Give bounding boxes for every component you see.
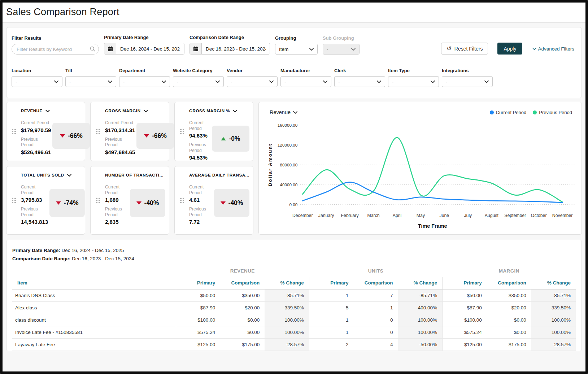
drag-handle-icon[interactable]	[180, 198, 184, 203]
kpi-metric-selector[interactable]: NUMBER OF TRANSACTI...	[105, 173, 165, 177]
table-row: Brian's DNS Class$50.00$350.00-85.71%17-…	[12, 289, 576, 302]
item-cell: Invoice Late Fee - #150835581	[12, 326, 176, 339]
value-cell: $20.00	[220, 302, 265, 314]
value-cell: 0	[353, 314, 398, 326]
column-header-margin-change[interactable]: % Change	[531, 277, 576, 289]
series-previous-period	[302, 138, 562, 202]
apply-button[interactable]: Apply	[497, 43, 522, 55]
drag-handle-icon[interactable]	[96, 129, 100, 134]
chevron-down-icon	[54, 81, 58, 83]
kpi-metric-selector[interactable]: TOTAL UNITS SOLD	[21, 173, 81, 177]
drag-handle-icon[interactable]	[12, 198, 16, 203]
column-header-margin-comparison[interactable]: Comparison	[487, 277, 531, 289]
item-type-select[interactable]: -	[388, 76, 439, 87]
grouping-select[interactable]: Item	[275, 44, 318, 55]
chart-metric-selector[interactable]: Revenue	[270, 109, 297, 115]
triangle-down-icon	[221, 201, 226, 205]
previous-period-label: Previous Period	[189, 142, 210, 153]
current-period-label: Current Period	[105, 184, 129, 196]
column-header-margin-primary[interactable]: Primary	[443, 277, 487, 289]
reset-filters-button[interactable]: ↺ Reset Filters	[441, 43, 488, 55]
kpi-card-gross-margin: GROSS MARGIN Current Period $170,314.31 …	[90, 102, 169, 161]
advanced-filters-link[interactable]: Advanced Filters	[532, 46, 574, 52]
previous-period-value: 7.72	[189, 219, 213, 225]
previous-period-label: Previous Period	[105, 137, 135, 148]
comparison-table: REVENUEUNITSMARGINItemPrimaryComparison%…	[12, 265, 576, 351]
filter-till: Till -	[65, 68, 116, 87]
svg-text:February: February	[341, 213, 359, 218]
value-cell: -85.71%	[265, 289, 309, 302]
primary-date-input[interactable]	[116, 43, 184, 54]
group-header-row: REVENUEUNITSMARGIN	[12, 265, 576, 277]
previous-period-value: $526,496.61	[21, 149, 51, 155]
primary-date-group: Primary Date Range	[104, 35, 184, 55]
vendor-select[interactable]: -	[227, 76, 278, 87]
calendar-icon[interactable]	[190, 43, 202, 54]
kpi-metric-selector[interactable]: GROSS MARGIN	[105, 109, 165, 113]
kpi-metric-selector[interactable]: REVENUE	[21, 109, 81, 113]
chevron-down-icon	[67, 174, 71, 177]
drag-handle-icon[interactable]	[180, 129, 184, 134]
value-cell: $125.00	[176, 339, 220, 351]
filter-manufacturer: Manufacturer -	[280, 68, 331, 87]
value-cell: -50.00%	[398, 339, 443, 351]
drag-handle-icon[interactable]	[96, 198, 100, 203]
kpi-metric-selector[interactable]: AVERAGE DAILY TRANSA...	[189, 173, 249, 177]
column-header-units-change[interactable]: % Change	[398, 277, 443, 289]
svg-text:40000.00: 40000.00	[280, 182, 297, 187]
current-period-value: 94.63%	[189, 132, 210, 139]
legend-item-current-period[interactable]: Current Period	[490, 110, 527, 115]
svg-text:March: March	[367, 213, 380, 218]
kpi-metric-selector[interactable]: GROSS MARGIN %	[189, 109, 249, 113]
filter-panel: Filter Results Primary Date Range Compar…	[6, 27, 582, 98]
comparison-range-line: Comparison Date Range: Dec 16, 2023 - De…	[12, 255, 576, 262]
value-cell: 339.50%	[531, 302, 576, 314]
drag-handle-icon[interactable]	[12, 129, 16, 134]
clerk-select[interactable]: -	[334, 76, 385, 87]
filter-website-category: Website Category -	[173, 68, 224, 87]
chevron-down-icon	[233, 110, 237, 112]
integrations-select[interactable]: -	[442, 76, 493, 87]
kpi-card-average-daily-transa: AVERAGE DAILY TRANSA... Current Period 4…	[174, 166, 253, 235]
filter-location: Location -	[12, 68, 62, 87]
svg-text:September: September	[504, 213, 526, 218]
legend-item-previous-period[interactable]: Previous Period	[533, 110, 572, 115]
legend-dot-icon	[490, 110, 494, 114]
column-header-revenue-primary[interactable]: Primary	[176, 277, 220, 289]
website-category-select[interactable]: -	[173, 76, 224, 87]
column-header-units-comparison[interactable]: Comparison	[353, 277, 398, 289]
location-select[interactable]: -	[12, 76, 62, 87]
column-header-revenue-change[interactable]: % Change	[265, 277, 309, 289]
previous-period-label: Previous Period	[21, 206, 48, 218]
svg-text:August: August	[485, 213, 499, 218]
value-cell: $175.00	[487, 339, 531, 351]
value-cell: $20.00	[487, 302, 531, 314]
till-select[interactable]: -	[65, 76, 116, 87]
calendar-icon[interactable]	[104, 43, 116, 54]
department-select[interactable]: -	[119, 76, 170, 87]
chevron-down-icon	[162, 81, 166, 83]
svg-text:80000.00: 80000.00	[280, 162, 297, 167]
item-cell: Brian's DNS Class	[12, 289, 176, 302]
comparison-date-input[interactable]	[202, 43, 270, 54]
grouping-label: Grouping	[275, 35, 318, 41]
value-cell: 4	[353, 339, 398, 351]
previous-period-label: Previous Period	[21, 137, 51, 148]
column-header-units-primary[interactable]: Primary	[309, 277, 353, 289]
triangle-down-icon	[60, 134, 65, 138]
table-row: Invoice Late Fee - #150835581$575.24$0.0…	[12, 326, 576, 339]
column-header-revenue-comparison[interactable]: Comparison	[220, 277, 265, 289]
current-period-value: 3,795.83	[21, 197, 48, 203]
manufacturer-select[interactable]: -	[280, 76, 331, 87]
value-cell: $0.00	[487, 314, 531, 326]
value-cell: 5	[309, 302, 353, 314]
website-category-label: Website Category	[173, 68, 224, 73]
value-cell: 339.50%	[265, 302, 309, 314]
integrations-label: Integrations	[442, 68, 493, 73]
chevron-down-icon	[45, 110, 50, 112]
previous-period-label: Previous Period	[189, 206, 213, 218]
item-column-header[interactable]: Item	[12, 277, 176, 289]
table-row: class discount$100.00$0.00100.00%10100.0…	[12, 314, 576, 326]
series-current-period	[302, 182, 562, 203]
search-input[interactable]	[12, 44, 99, 55]
